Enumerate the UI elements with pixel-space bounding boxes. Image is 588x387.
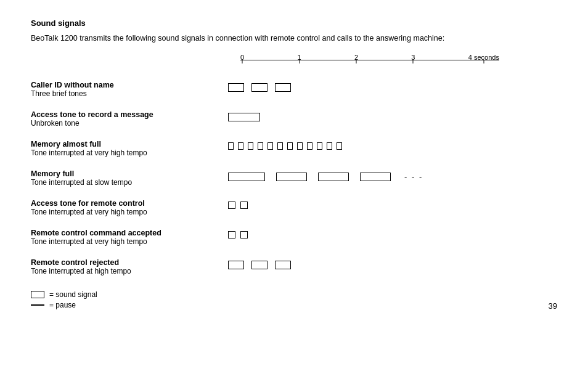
tone-box xyxy=(258,142,263,150)
tone-box xyxy=(251,261,267,269)
legend-sound-icon xyxy=(31,291,44,298)
intro-text: BeoTalk 1200 transmits the following sou… xyxy=(31,34,557,43)
signal-label-caller-id: Caller ID without name Three brief tones xyxy=(31,81,228,98)
tone-box xyxy=(228,231,235,238)
tone-box xyxy=(228,142,234,150)
tone-box xyxy=(228,173,265,181)
tone-box xyxy=(240,231,248,238)
signal-sub-remote-accepted: Tone interrupted at very high tempo xyxy=(31,237,228,246)
timeline-labels: 0 1 2 3 4 seconds xyxy=(240,54,499,61)
section-title: Sound signals xyxy=(31,18,557,28)
signal-sub-caller-id: Three brief tones xyxy=(31,89,228,98)
signal-sub-access-remote: Tone interrupted at very high tempo xyxy=(31,208,228,216)
signal-title-remote-accepted: Remote control command accepted xyxy=(31,229,228,237)
signal-label-memory-almost-full: Memory almost full Tone interrupted at v… xyxy=(31,140,228,157)
tone-box xyxy=(307,142,312,150)
page-number: 39 xyxy=(549,301,557,311)
signal-diagram-access-remote xyxy=(228,199,557,209)
signal-sub-memory-full: Tone interrupted at slow tempo xyxy=(31,178,228,187)
dash-trail: - - - xyxy=(404,172,423,181)
legend-pause-label: = pause xyxy=(49,301,76,309)
tone-box xyxy=(248,142,253,150)
tone-box xyxy=(240,202,248,209)
signal-label-access-remote: Access tone for remote control Tone inte… xyxy=(31,199,228,216)
tone-box xyxy=(275,261,291,269)
legend-item-pause: = pause xyxy=(31,301,557,309)
tone-box xyxy=(275,83,291,92)
timeline-label-2: 2 xyxy=(354,54,358,61)
timeline-label-4: 4 seconds xyxy=(468,54,499,61)
signal-diagram-memory-full: - - - xyxy=(228,169,557,181)
timeline-label-1: 1 xyxy=(297,54,301,61)
signal-sub-access-tone: Unbroken tone xyxy=(31,119,228,128)
timeline-label-3: 3 xyxy=(411,54,415,61)
signal-diagram-memory-almost-full xyxy=(228,140,557,150)
tone-box xyxy=(251,83,267,92)
tone-box xyxy=(287,142,293,150)
signal-diagram-caller-id xyxy=(228,81,557,92)
tone-box xyxy=(277,142,283,150)
legend-item-sound: = sound signal xyxy=(31,290,557,299)
tone-box xyxy=(238,142,243,150)
tone-box xyxy=(337,142,342,150)
signal-diagram-remote-rejected xyxy=(228,258,557,269)
signal-row-memory-almost-full: Memory almost full Tone interrupted at v… xyxy=(31,140,557,163)
tone-box xyxy=(317,142,322,150)
tone-box xyxy=(267,142,273,150)
signal-sub-remote-rejected: Tone interrupted at high tempo xyxy=(31,267,228,275)
legend-sound-label: = sound signal xyxy=(49,290,97,299)
tone-box xyxy=(228,83,244,92)
page: Sound signals BeoTalk 1200 transmits the… xyxy=(0,0,588,322)
signal-row-access-remote: Access tone for remote control Tone inte… xyxy=(31,199,557,222)
signal-sub-memory-almost-full: Tone interrupted at very high tempo xyxy=(31,149,228,157)
signal-diagram-access-tone xyxy=(228,110,557,121)
signal-row-access-tone: Access tone to record a message Unbroken… xyxy=(31,110,557,134)
tone-box xyxy=(318,173,349,181)
tone-box xyxy=(327,142,332,150)
signal-title-caller-id: Caller ID without name xyxy=(31,81,228,89)
timeline: 0 1 2 3 4 seconds xyxy=(240,54,557,68)
signal-title-access-remote: Access tone for remote control xyxy=(31,199,228,208)
signal-label-remote-accepted: Remote control command accepted Tone int… xyxy=(31,229,228,246)
legend-pause-icon xyxy=(31,304,44,306)
signal-title-memory-full: Memory full xyxy=(31,169,228,178)
signal-label-remote-rejected: Remote control rejected Tone interrupted… xyxy=(31,258,228,275)
tone-box xyxy=(228,113,260,121)
signal-row-remote-rejected: Remote control rejected Tone interrupted… xyxy=(31,258,557,282)
signal-label-memory-full: Memory full Tone interrupted at slow tem… xyxy=(31,169,228,187)
tone-box xyxy=(228,261,244,269)
signal-title-access-tone: Access tone to record a message xyxy=(31,110,228,119)
signal-row-caller-id: Caller ID without name Three brief tones xyxy=(31,81,557,104)
legend: = sound signal = pause xyxy=(31,290,557,309)
signal-title-memory-almost-full: Memory almost full xyxy=(31,140,228,149)
tone-box xyxy=(276,173,307,181)
timeline-label-0: 0 xyxy=(240,54,244,61)
signal-diagram-remote-accepted xyxy=(228,229,557,238)
tone-box xyxy=(228,202,235,209)
signal-row-remote-accepted: Remote control command accepted Tone int… xyxy=(31,229,557,252)
tone-box xyxy=(360,173,391,181)
signal-label-access-tone: Access tone to record a message Unbroken… xyxy=(31,110,228,128)
signal-row-memory-full: Memory full Tone interrupted at slow tem… xyxy=(31,169,557,193)
signal-title-remote-rejected: Remote control rejected xyxy=(31,258,228,267)
tone-box xyxy=(297,142,303,150)
